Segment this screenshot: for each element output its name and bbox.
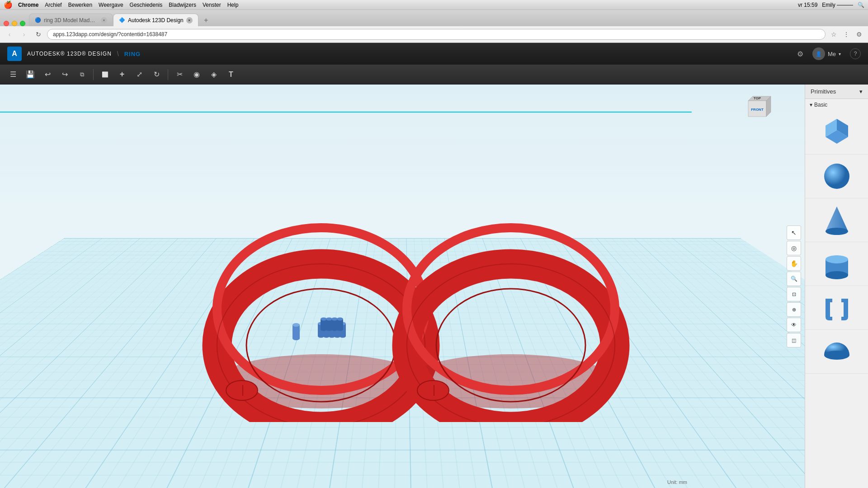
menu-bewerken[interactable]: Bewerken <box>68 2 92 8</box>
tab-close-2[interactable]: × <box>186 17 193 23</box>
address-text: apps.123dapp.com/design/?contentid=16384… <box>53 31 167 38</box>
primitives-panel: Primitives ▾ ▾ Basic <box>805 84 868 488</box>
text-icon: T <box>229 70 233 79</box>
svg-point-30 <box>326 318 332 321</box>
basic-collapse-icon: ▾ <box>810 102 812 108</box>
combine-tool-button[interactable]: ◈ <box>206 67 222 82</box>
view-cube-svg: TOP FRONT <box>741 92 778 128</box>
svg-point-54 <box>826 228 848 235</box>
menu-archief[interactable]: Archief <box>45 2 61 8</box>
select-arrow-tool[interactable]: ↖ <box>787 225 801 240</box>
mac-menubar: 🍎 Chrome Archief Bewerken Weergave Gesch… <box>0 0 868 10</box>
save-icon: 💾 <box>26 70 35 79</box>
menubar-magnifier[interactable]: 🔍 <box>858 2 864 8</box>
copy-tool-button[interactable]: ⧉ <box>74 67 90 82</box>
undo-icon: ↩ <box>45 70 51 79</box>
viewport-tools: ↖ ◎ ✋ 🔍 ⊡ ⊕ 👁 ◫ <box>787 225 801 347</box>
modify-tool-button[interactable]: ✂ <box>172 67 187 82</box>
svg-text:FRONT: FRONT <box>751 108 764 112</box>
modify-icon: ✂ <box>177 70 183 79</box>
primitive-cylinder[interactable] <box>805 242 868 286</box>
menu-tool-button[interactable]: ☰ <box>5 67 21 82</box>
svg-point-36 <box>337 318 343 321</box>
primitive-cone[interactable] <box>805 198 868 242</box>
tab-bar: 🔵 ring 3D Model Made with × 🔷 Autodesk 1… <box>0 10 868 26</box>
undo-tool-button[interactable]: ↩ <box>40 67 55 82</box>
select-icon: ⬜ <box>102 71 108 78</box>
refresh-tool-button[interactable]: ↻ <box>149 67 164 82</box>
user-menu-button[interactable]: 👤 Me ▾ <box>809 46 844 62</box>
app-header: A AUTODESK® 123D® DESIGN \ RING ⚙ 👤 Me ▾… <box>0 43 868 65</box>
3d-viewport[interactable]: TOP FRONT ↖ ◎ ✋ 🔍 ⊡ ⊕ 👁 ◫ Unit: mm <box>0 84 805 488</box>
basic-section-header[interactable]: ▾ Basic <box>805 99 868 111</box>
close-button[interactable] <box>4 21 9 26</box>
freeform-tool-button[interactable]: ◉ <box>189 67 204 82</box>
redo-tool-button[interactable]: ↪ <box>57 67 72 82</box>
menubar-user: Emily ——— <box>822 2 853 8</box>
save-tool-button[interactable]: 💾 <box>23 67 38 82</box>
user-avatar: 👤 <box>812 47 825 60</box>
svg-point-5 <box>226 380 258 400</box>
app-container: A AUTODESK® 123D® DESIGN \ RING ⚙ 👤 Me ▾… <box>0 43 868 488</box>
rings-container <box>0 84 805 488</box>
back-button[interactable]: ‹ <box>4 28 15 40</box>
forward-button[interactable]: › <box>18 28 30 40</box>
settings-button[interactable]: ⚙ <box>854 29 864 40</box>
menu-weergave[interactable]: Weergave <box>99 2 123 8</box>
nav-right: ☆ ⋮ ⚙ <box>828 29 864 40</box>
svg-marker-53 <box>826 206 848 231</box>
breadcrumb-separator: \ <box>117 50 119 57</box>
zoom-in-tool[interactable]: ⊕ <box>787 302 801 317</box>
transform-icon: ⤢ <box>137 70 142 79</box>
tab-ring-3d[interactable]: 🔵 ring 3D Model Made with × <box>29 14 113 26</box>
fullscreen-button[interactable] <box>20 21 25 26</box>
orbit-tool[interactable]: ◎ <box>787 241 801 255</box>
visibility-tool[interactable]: 👁 <box>787 318 801 332</box>
user-label: Me <box>828 51 836 57</box>
svg-text:TOP: TOP <box>754 96 761 100</box>
menu-geschiedenis[interactable]: Geschiedenis <box>130 2 163 8</box>
menu-venster[interactable]: Venster <box>203 2 221 8</box>
tab-autodesk[interactable]: 🔷 Autodesk 123D Design × <box>113 14 198 26</box>
right-ring <box>407 228 615 422</box>
redo-icon: ↪ <box>62 70 68 79</box>
primitive-box[interactable] <box>805 111 868 155</box>
primitive-hemisphere[interactable] <box>805 330 868 374</box>
fit-view-tool[interactable]: ⊡ <box>787 287 801 301</box>
settings-icon[interactable]: ⚙ <box>797 50 803 58</box>
extensions-button[interactable]: ⋮ <box>841 29 852 40</box>
tab-label-1: ring 3D Model Made with <box>44 17 98 23</box>
minimize-button[interactable] <box>12 21 17 26</box>
add-tool-button[interactable]: + <box>114 67 130 82</box>
svg-point-58 <box>824 351 849 360</box>
user-dropdown-icon: ▾ <box>839 52 841 56</box>
view-cube[interactable]: TOP FRONT <box>741 92 778 128</box>
menu-chrome[interactable]: Chrome <box>18 2 38 8</box>
help-button[interactable]: ? <box>850 48 861 59</box>
unit-label: Unit: mm <box>667 479 687 485</box>
menu-bladwijzers[interactable]: Bladwijzers <box>169 2 196 8</box>
transform-tool-button[interactable]: ⤢ <box>132 67 147 82</box>
select-tool-button[interactable]: ⬜ <box>97 67 113 82</box>
app-brand: AUTODESK® 123D® DESIGN <box>27 51 112 57</box>
tab-close-1[interactable]: × <box>101 17 107 23</box>
bookmark-button[interactable]: ☆ <box>828 29 839 40</box>
primitive-torus[interactable] <box>805 286 868 330</box>
address-bar[interactable]: apps.123dapp.com/design/?contentid=16384… <box>47 29 826 40</box>
apple-menu[interactable]: 🍎 <box>4 0 13 9</box>
tab-favicon-2: 🔷 <box>119 17 125 23</box>
new-tab-button[interactable]: + <box>200 14 212 26</box>
menu-help[interactable]: Help <box>227 2 239 8</box>
menubar-right: vr 15:59 Emily ——— 🔍 <box>798 2 864 8</box>
text-tool-button[interactable]: T <box>223 67 239 82</box>
combine-icon: ◈ <box>211 70 217 79</box>
pan-tool[interactable]: ✋ <box>787 256 801 271</box>
zoom-tool[interactable]: 🔍 <box>787 272 801 286</box>
app-logo: A <box>7 47 22 61</box>
snap-tool[interactable]: ◫ <box>787 333 801 347</box>
menubar-time: vr 15:59 <box>798 2 817 8</box>
refresh-button[interactable]: ↻ <box>33 28 44 40</box>
project-name: RING <box>124 51 141 57</box>
primitive-sphere[interactable] <box>805 155 868 198</box>
panel-expand-icon[interactable]: ▾ <box>859 88 863 95</box>
